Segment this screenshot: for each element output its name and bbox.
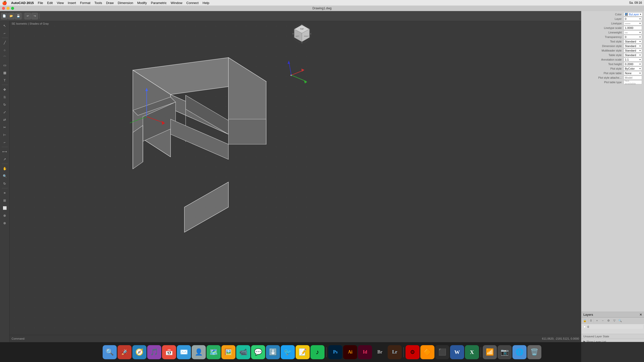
menu-edit[interactable]: Edit bbox=[45, 1, 55, 5]
command-input[interactable] bbox=[26, 337, 76, 340]
dock-maps[interactable]: 🗺️ bbox=[207, 345, 221, 359]
menu-format[interactable]: Format bbox=[78, 1, 92, 5]
dock-chrome[interactable]: 🌐 bbox=[512, 345, 527, 359]
dock-launch[interactable]: 🚀 bbox=[117, 345, 132, 359]
value-layer[interactable]: 0 ▾ bbox=[624, 17, 642, 21]
value-linetype[interactable]: —— ▾ bbox=[624, 21, 642, 25]
menu-modify[interactable]: Modify bbox=[135, 1, 149, 5]
dock-twitter[interactable]: 🐦 bbox=[281, 345, 295, 359]
dock-excel[interactable]: X bbox=[465, 345, 479, 359]
dock-appstore[interactable]: ⬇️ bbox=[266, 345, 280, 359]
trim-tool[interactable]: ✂ bbox=[1, 124, 8, 131]
value-table-style[interactable]: Standard ▾ bbox=[624, 53, 642, 57]
minimize-button[interactable] bbox=[7, 7, 10, 10]
menu-parametric[interactable]: Parametric bbox=[149, 1, 169, 5]
value-linetype-scale[interactable]: 1.0000 bbox=[624, 26, 642, 30]
extend-tool[interactable]: ⊢ bbox=[1, 131, 8, 138]
value-text-height[interactable]: 0.2000 ▾ bbox=[624, 62, 642, 66]
menu-help[interactable]: Help bbox=[200, 1, 211, 5]
dock-wifi[interactable]: 📶 bbox=[483, 345, 497, 359]
dimension-tool[interactable]: ⟷ bbox=[1, 148, 8, 155]
dock-screencap[interactable]: 📷 bbox=[498, 345, 512, 359]
dock-bridge[interactable]: Br bbox=[373, 345, 387, 359]
dock-facetime[interactable]: 📹 bbox=[236, 345, 250, 359]
dock-indesign[interactable]: Id bbox=[358, 345, 372, 359]
arc-tool[interactable]: ⌒ bbox=[1, 54, 8, 61]
dock-itunes[interactable]: 🎵 bbox=[147, 345, 161, 359]
value-plot-style[interactable]: ByColor ▾ bbox=[624, 67, 642, 71]
value-transparency[interactable]: 0 ▾ bbox=[624, 35, 642, 39]
copy-tool[interactable]: ⎘ bbox=[1, 94, 8, 101]
drawing-canvas[interactable] bbox=[10, 21, 314, 355]
circle-tool[interactable]: ○ bbox=[1, 47, 8, 54]
viewport[interactable]: SE Isometric | Shades of Gray TOP LEFT R… bbox=[10, 21, 314, 355]
pan-tool[interactable]: ✋ bbox=[1, 165, 8, 172]
layer-search[interactable]: 🔍 bbox=[618, 318, 623, 323]
dock-stickies[interactable]: 📝 bbox=[296, 345, 310, 359]
redo-button[interactable]: ↪ bbox=[31, 13, 38, 19]
value-annotation-scale[interactable]: 1:1 ▾ bbox=[624, 58, 642, 62]
menu-autocad[interactable]: AutoCAD 2015 bbox=[9, 1, 36, 5]
line-tool[interactable]: ╱ bbox=[1, 39, 8, 46]
maximize-button[interactable] bbox=[11, 7, 14, 10]
menu-connect[interactable]: Connect bbox=[184, 1, 200, 5]
value-text-style[interactable]: Standard ▾ bbox=[624, 39, 642, 43]
dock-terminal[interactable]: ⬛ bbox=[435, 345, 449, 359]
insert-tool[interactable]: ⊕ bbox=[1, 212, 8, 219]
orbit-tool[interactable]: ↻ bbox=[1, 180, 8, 187]
close-button[interactable] bbox=[2, 7, 5, 10]
layer-item-0[interactable]: 0 bbox=[582, 325, 643, 329]
scale-tool[interactable]: ⤢ bbox=[1, 109, 8, 116]
menu-tools[interactable]: Tools bbox=[92, 1, 104, 5]
menu-insert[interactable]: Insert bbox=[66, 1, 78, 5]
select-tool[interactable]: ↖ bbox=[1, 22, 8, 29]
menu-dimension[interactable]: Dimension bbox=[116, 1, 135, 5]
layers-close[interactable]: ✕ bbox=[639, 313, 642, 316]
menu-draw[interactable]: Draw bbox=[104, 1, 116, 5]
apple-menu[interactable]: 🍎 bbox=[0, 1, 9, 5]
open-button[interactable]: 📂 bbox=[8, 13, 15, 19]
value-plot-style-table[interactable]: None ▾ bbox=[624, 71, 642, 75]
layer-add[interactable]: + bbox=[594, 318, 599, 323]
dock-photos[interactable]: 🖼️ bbox=[221, 345, 235, 359]
rotate-tool[interactable]: ↻ bbox=[1, 101, 8, 108]
dock-trash[interactable]: 🗑️ bbox=[527, 345, 541, 359]
dock-vlc[interactable]: 🔶 bbox=[420, 345, 434, 359]
dock-messages[interactable]: 💬 bbox=[251, 345, 265, 359]
dock-safari[interactable]: 🧭 bbox=[132, 345, 146, 359]
properties-tool[interactable]: ⊞ bbox=[1, 197, 8, 204]
dock-lightroom[interactable]: Lr bbox=[388, 345, 402, 359]
new-button[interactable]: 📄 bbox=[1, 13, 8, 19]
save-button[interactable]: 💾 bbox=[15, 13, 22, 19]
layer-delete[interactable]: − bbox=[600, 318, 605, 323]
leader-tool[interactable]: ↗ bbox=[1, 156, 8, 163]
undo-button[interactable]: ↩ bbox=[24, 13, 31, 19]
value-multileader-style[interactable]: Standard ▾ bbox=[624, 49, 642, 53]
block-tool[interactable]: ⬜ bbox=[1, 204, 8, 211]
viewcube[interactable]: TOP LEFT RIGHT N E S W bbox=[292, 24, 312, 44]
menu-view[interactable]: View bbox=[55, 1, 66, 5]
hatch-tool[interactable]: ▩ bbox=[1, 69, 8, 76]
rectangle-tool[interactable]: ▭ bbox=[1, 62, 8, 69]
mirror-tool[interactable]: ⇄ bbox=[1, 116, 8, 123]
dock-word[interactable]: W bbox=[450, 345, 464, 359]
dock-ical[interactable]: 📅 bbox=[162, 345, 176, 359]
dock-contacts[interactable]: 👤 bbox=[192, 345, 206, 359]
dock-finder[interactable]: 🔍 bbox=[103, 345, 117, 359]
menu-file[interactable]: File bbox=[36, 1, 45, 5]
zoom-tool[interactable]: 🔍 bbox=[1, 172, 8, 179]
dock-autocad[interactable]: ⚙ bbox=[406, 345, 420, 359]
layer-tool[interactable]: ≡ bbox=[1, 189, 8, 196]
value-color[interactable]: ByLayer ▾ bbox=[624, 12, 642, 16]
dock-spotify[interactable]: ♪ bbox=[310, 345, 325, 359]
dock-illustrator[interactable]: Ai bbox=[343, 345, 357, 359]
fillet-tool[interactable]: ⌐ bbox=[1, 139, 8, 146]
text-tool[interactable]: T bbox=[1, 77, 8, 84]
layer-filter[interactable]: ▽ bbox=[612, 318, 617, 323]
value-dim-style[interactable]: Standard ▾ bbox=[624, 44, 642, 48]
move-tool[interactable]: ✥ bbox=[1, 86, 8, 93]
xref-tool[interactable]: ⊗ bbox=[1, 219, 8, 227]
value-lineweight[interactable]: — ▾ bbox=[624, 30, 642, 34]
polyline-tool[interactable]: ⌐ bbox=[1, 30, 8, 37]
menu-window[interactable]: Window bbox=[169, 1, 184, 5]
